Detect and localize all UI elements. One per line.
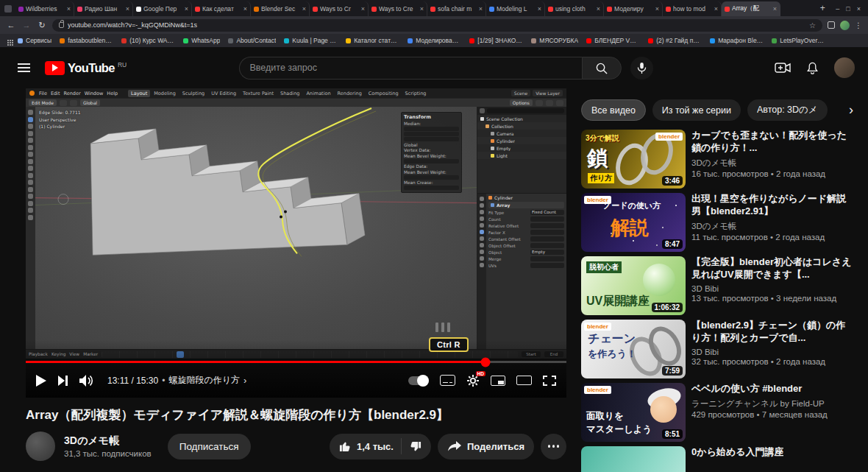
- search-input[interactable]: [239, 57, 582, 80]
- tab-close-icon[interactable]: ×: [126, 5, 129, 13]
- outliner-row[interactable]: Collection: [477, 122, 566, 130]
- blender-tool-icon[interactable]: [28, 124, 33, 129]
- mic-button[interactable]: [630, 57, 653, 80]
- video-thumbnail[interactable]: 脱初心者 UV展開講座 1:06:32: [581, 256, 686, 315]
- bookmark-item[interactable]: Kuula | Page Pricing: [284, 37, 338, 44]
- miniplayer-button[interactable]: [491, 376, 505, 386]
- browser-tab[interactable]: Blender Sec×: [251, 1, 310, 16]
- video-channel[interactable]: 3Dのメモ帳: [691, 221, 853, 232]
- video-title[interactable]: ベベルの使い方 #blender: [691, 383, 828, 395]
- blender-tool-icon[interactable]: [28, 159, 33, 164]
- channel-avatar[interactable]: [26, 432, 55, 461]
- properties-tab-icon[interactable]: [480, 236, 484, 241]
- browser-tab[interactable]: Ways to Cr×: [310, 1, 369, 16]
- viewport-header-button[interactable]: [60, 100, 67, 106]
- properties-tab-icon[interactable]: [480, 243, 484, 247]
- bookmark-item[interactable]: LetsPlayOverGame...: [772, 37, 825, 44]
- tab-close-icon[interactable]: ×: [479, 5, 483, 13]
- npanel-field[interactable]: [404, 159, 459, 163]
- bookmark-item[interactable]: (10) Курс WAGON 2...: [121, 37, 175, 44]
- blender-workspace-tab[interactable]: Shading: [277, 90, 302, 97]
- extensions-icon[interactable]: [828, 21, 835, 29]
- blender-workspace-tab[interactable]: Texture Paint: [240, 90, 277, 97]
- properties-tab-icon[interactable]: [480, 230, 484, 234]
- modifier-field[interactable]: [530, 236, 564, 242]
- properties-tab-icon[interactable]: [480, 223, 484, 228]
- chapter-title[interactable]: 螺旋階段の作り方: [168, 374, 240, 387]
- chip-same-series[interactable]: Из той же серии: [652, 99, 741, 121]
- browser-tab[interactable]: Ways to Cre×: [369, 1, 427, 16]
- browser-tab[interactable]: Wildberries×: [15, 1, 74, 16]
- video-thumbnail[interactable]: 3分で解説 鎖 作り方 blender 3:46: [581, 130, 686, 189]
- browser-tab[interactable]: sofa chair m×: [427, 1, 486, 16]
- modifier-field[interactable]: Empty: [530, 250, 564, 255]
- tab-close-icon[interactable]: ×: [185, 5, 188, 13]
- chapter-chevron-icon[interactable]: ›: [243, 375, 246, 386]
- tab-close-icon[interactable]: ×: [597, 5, 600, 13]
- related-video[interactable]: 面取りを マスターしよう blender 8:51 ベベルの使い方 #blend…: [581, 383, 853, 442]
- bookmark-item[interactable]: [1/29] ЗНАКОМСТВ...: [469, 37, 523, 44]
- like-icon[interactable]: [339, 440, 352, 453]
- play-button[interactable]: [36, 375, 46, 387]
- properties-tab-icon[interactable]: [480, 250, 484, 254]
- more-actions-button[interactable]: [541, 434, 566, 459]
- chip-all-videos[interactable]: Все видео: [581, 99, 646, 121]
- blender-tool-icon[interactable]: [28, 110, 33, 115]
- modifier-field[interactable]: [530, 243, 564, 248]
- browser-profile-avatar[interactable]: [840, 21, 850, 30]
- blender-tool-icon[interactable]: [28, 201, 33, 206]
- npanel-field[interactable]: [404, 175, 459, 180]
- blender-workspace-tab[interactable]: Animation: [303, 90, 333, 97]
- notifications-button[interactable]: [805, 61, 819, 75]
- browser-tab[interactable]: Modeling L×: [486, 1, 545, 16]
- like-count[interactable]: 1,4 тыс.: [357, 441, 394, 452]
- modifier-header[interactable]: Array: [488, 202, 564, 208]
- autoplay-toggle[interactable]: [408, 376, 429, 385]
- tab-close-icon[interactable]: ×: [420, 5, 424, 13]
- outliner-search-field[interactable]: [487, 108, 564, 113]
- address-bar[interactable]: youtube.com/watch?v=-_kqGQMDiNw&t=1s ☆: [52, 19, 822, 32]
- new-tab-button[interactable]: +: [817, 3, 828, 15]
- blender-tool-icon[interactable]: [28, 180, 33, 185]
- outliner-row[interactable]: Light: [477, 152, 566, 159]
- bookmark-item[interactable]: Каталог статей - П...: [346, 37, 399, 44]
- blender-menu-item[interactable]: Help: [107, 91, 118, 96]
- blender-workspace-tab[interactable]: Sculpting: [179, 90, 207, 97]
- video-title[interactable]: 0から始める入門講座: [691, 446, 783, 459]
- tab-close-icon[interactable]: ×: [538, 5, 541, 13]
- properties-tab-icon[interactable]: [480, 203, 484, 208]
- browser-tab[interactable]: using cloth×: [545, 1, 604, 16]
- blender-menu-item[interactable]: Render: [63, 91, 80, 96]
- viewport-toggle[interactable]: [546, 100, 553, 106]
- bookmark-item[interactable]: Моделирование и...: [408, 37, 461, 44]
- npanel-field[interactable]: [404, 132, 459, 136]
- settings-button[interactable]: HD: [466, 374, 480, 387]
- maximize-button[interactable]: □: [846, 5, 850, 13]
- properties-tab-icon[interactable]: [480, 263, 484, 267]
- outliner-row[interactable]: Empty: [477, 144, 566, 152]
- chip-same-author[interactable]: Автор: 3Dのメ: [747, 99, 828, 121]
- blender-tool-icon[interactable]: [28, 152, 33, 157]
- view-layer-selector[interactable]: View Layer: [533, 90, 563, 96]
- bookmark-item[interactable]: (2) #2 Гайд по Blen...: [648, 37, 702, 44]
- browser-tab[interactable]: Array（配×: [722, 1, 780, 16]
- blender-workspace-tab[interactable]: UV Editing: [208, 90, 239, 97]
- blender-menu-item[interactable]: File: [39, 91, 47, 96]
- outliner-row[interactable]: Scene Collection: [477, 115, 566, 122]
- npanel-field[interactable]: [404, 186, 459, 190]
- blender-menu-item[interactable]: Window: [85, 91, 104, 96]
- browser-workspaces-icon[interactable]: [4, 5, 12, 13]
- bookmark-item[interactable]: WhatsApp: [183, 37, 220, 44]
- account-avatar[interactable]: [834, 57, 855, 78]
- viewport-toggle[interactable]: [536, 100, 543, 106]
- mode-dropdown[interactable]: Edit Mode: [29, 99, 57, 106]
- browser-menu-icon[interactable]: ⋮: [855, 21, 862, 29]
- outliner-row[interactable]: Camera: [477, 130, 566, 137]
- related-video[interactable]: 3分で解説 鎖 作り方 blender 3:46 カーブでも歪まない！配列を使っ…: [581, 130, 853, 189]
- browser-tab[interactable]: Моделиру×: [604, 1, 663, 16]
- create-video-button[interactable]: [775, 62, 791, 74]
- search-button[interactable]: [582, 57, 622, 80]
- modifier-field[interactable]: [530, 230, 564, 235]
- related-video[interactable]: ノードの使い方 解説 blender 8:47 出現！星空を作りながらノード解説…: [581, 193, 853, 252]
- video-thumbnail[interactable]: 面取りを マスターしよう blender 8:51: [581, 383, 686, 442]
